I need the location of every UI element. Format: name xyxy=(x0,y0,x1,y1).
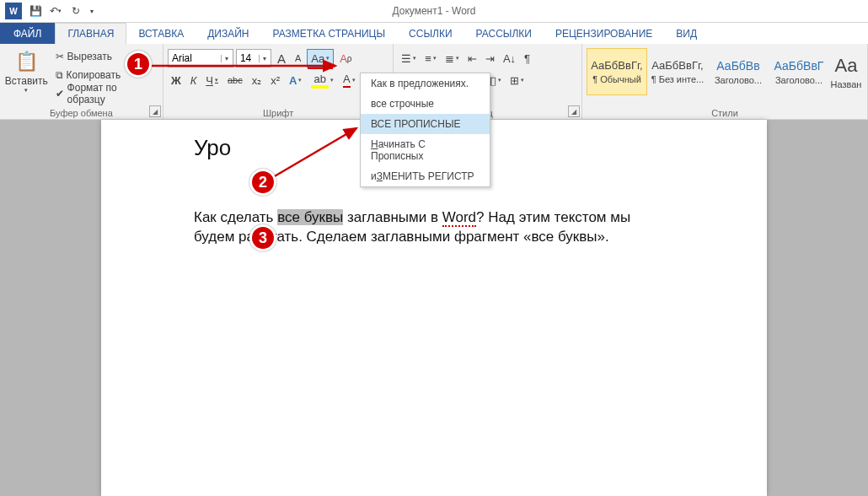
group-styles: АаБбВвГг, ¶ Обычный АаБбВвГг, ¶ Без инте… xyxy=(582,44,868,119)
app-icon: W xyxy=(5,3,22,19)
shrink-font-button[interactable]: A xyxy=(292,49,304,67)
clipboard-dialog-launcher[interactable]: ◢ xyxy=(149,105,161,117)
style-normal[interactable]: АаБбВвГг, ¶ Обычный xyxy=(587,48,647,95)
multilevel-button[interactable]: ≣ xyxy=(442,49,463,67)
borders-button[interactable]: ⊞ xyxy=(506,71,528,89)
numbering-button[interactable]: ≡ xyxy=(421,49,440,67)
highlight-button[interactable]: ab xyxy=(308,71,336,89)
bullets-button[interactable]: ☰ xyxy=(398,49,420,67)
format-painter-button[interactable]: ✔Формат по образцу xyxy=(52,85,158,102)
font-name-combo[interactable]: ▾ xyxy=(168,49,233,67)
case-lower[interactable]: все строчные xyxy=(361,94,490,114)
brush-icon: ✔ xyxy=(56,88,64,100)
change-case-button[interactable]: Aa xyxy=(307,49,334,67)
undo-icon[interactable]: ↶▾ xyxy=(46,1,66,21)
group-label-clipboard: Буфер обмена xyxy=(0,108,163,118)
annotation-3: 3 xyxy=(249,224,276,251)
italic-button[interactable]: К xyxy=(187,71,201,89)
paste-icon: 📋 xyxy=(13,48,40,75)
paragraph-dialog-launcher[interactable]: ◢ xyxy=(568,105,580,117)
style-heading1[interactable]: АаБбВв Заголово... xyxy=(708,48,769,95)
tab-layout[interactable]: РАЗМЕТКА СТРАНИЦЫ xyxy=(261,23,398,44)
change-case-menu: Как в предложениях. все строчные ВСЕ ПРО… xyxy=(360,73,490,187)
save-icon[interactable]: 💾 xyxy=(25,1,46,21)
strikethrough-button[interactable]: abc xyxy=(224,71,246,89)
font-name-input[interactable] xyxy=(169,50,221,67)
window-title: Документ1 - Word xyxy=(392,5,475,17)
font-size-combo[interactable]: ▾ xyxy=(236,49,271,67)
tab-mailings[interactable]: РАССЫЛКИ xyxy=(464,23,544,44)
selection[interactable]: все буквы xyxy=(277,209,343,225)
tab-design[interactable]: ДИЗАЙН xyxy=(196,23,260,44)
decrease-indent-button[interactable]: ⇤ xyxy=(464,49,480,67)
font-size-input[interactable] xyxy=(237,50,259,67)
underline-button[interactable]: Ч xyxy=(202,71,222,89)
paste-label: Вставить xyxy=(5,75,48,87)
text-effects-button[interactable]: A xyxy=(286,71,305,89)
style-title[interactable]: Аа Назван xyxy=(829,48,863,95)
tab-insert[interactable]: ВСТАВКА xyxy=(126,23,196,44)
tab-review[interactable]: РЕЦЕНЗИРОВАНИЕ xyxy=(544,23,664,44)
ribbon-tabs: ФАЙЛ ГЛАВНАЯ ВСТАВКА ДИЗАЙН РАЗМЕТКА СТР… xyxy=(0,23,868,44)
clear-format-button[interactable]: Aρ xyxy=(336,49,355,67)
case-upper[interactable]: ВСЕ ПРОПИСНЫЕ xyxy=(361,114,490,134)
sort-button[interactable]: A↓ xyxy=(500,49,519,67)
highlighter-icon: ab xyxy=(311,73,328,89)
case-toggle[interactable]: иЗМЕНИТЬ РЕГИСТР xyxy=(361,166,490,186)
title-bar: W 💾 ↶▾ ↻ ▾ Документ1 - Word xyxy=(0,0,868,23)
group-label-font: Шрифт xyxy=(163,108,393,118)
paste-button[interactable]: 📋 Вставить ▾ xyxy=(4,46,49,105)
superscript-button[interactable]: x² xyxy=(267,71,283,89)
redo-icon[interactable]: ↻ xyxy=(66,1,86,21)
annotation-1: 1 xyxy=(125,51,152,78)
tab-file[interactable]: ФАЙЛ xyxy=(0,23,55,44)
qat-customize-icon[interactable]: ▾ xyxy=(86,1,98,21)
tab-view[interactable]: ВИД xyxy=(664,23,709,44)
chevron-down-icon[interactable]: ▾ xyxy=(221,55,233,62)
annotation-2: 2 xyxy=(249,169,276,196)
subscript-button[interactable]: x₂ xyxy=(249,71,265,89)
chevron-down-icon[interactable]: ▾ xyxy=(259,55,271,62)
font-color-button[interactable]: A xyxy=(340,71,359,89)
tab-references[interactable]: ССЫЛКИ xyxy=(397,23,463,44)
group-label-styles: Стили xyxy=(582,108,867,118)
quick-access-toolbar: 💾 ↶▾ ↻ ▾ xyxy=(25,1,98,21)
case-sentence[interactable]: Как в предложениях. xyxy=(361,73,490,94)
show-marks-button[interactable]: ¶ xyxy=(521,49,533,67)
style-heading2[interactable]: АаБбВвГ Заголово... xyxy=(769,48,829,95)
increase-indent-button[interactable]: ⇥ xyxy=(482,49,498,67)
scissors-icon: ✂ xyxy=(56,51,64,62)
style-no-spacing[interactable]: АаБбВвГг, ¶ Без инте... xyxy=(647,48,708,95)
grow-font-button[interactable]: A xyxy=(274,49,289,67)
copy-icon: ⧉ xyxy=(56,69,63,81)
case-capitalize[interactable]: Начинать С Прописных xyxy=(361,134,490,166)
bold-button[interactable]: Ж xyxy=(168,71,185,89)
tab-home[interactable]: ГЛАВНАЯ xyxy=(55,23,126,45)
